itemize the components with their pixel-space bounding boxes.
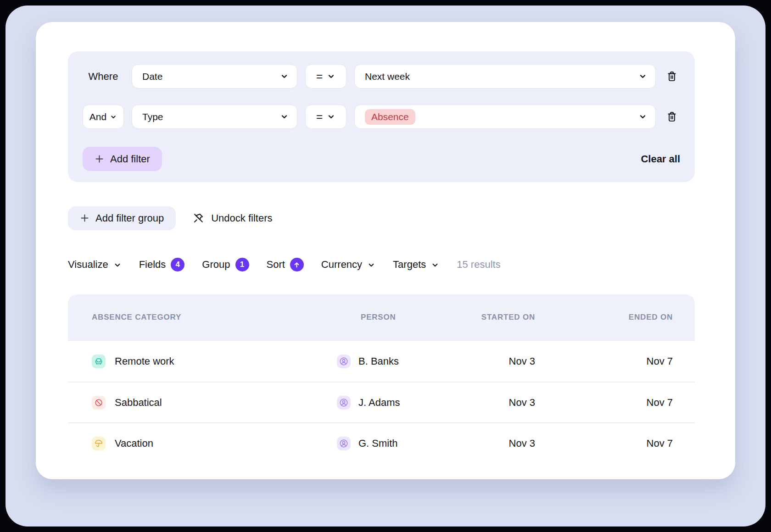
add-filter-group-label: Add filter group <box>95 212 164 224</box>
and-operator-select[interactable]: And <box>83 105 124 129</box>
category-cell: Sabbatical <box>92 396 337 410</box>
chevron-down-icon <box>431 261 439 269</box>
fields-count-badge: 4 <box>171 258 184 272</box>
no-entry-icon <box>94 398 103 407</box>
ended-on-value: Nov 7 <box>535 397 673 409</box>
person-cell: G. Smith <box>337 437 442 450</box>
armchair-icon <box>94 357 103 366</box>
arrow-up-icon <box>293 261 301 269</box>
column-header-started-on: STARTED ON <box>442 313 535 322</box>
group-label: Group <box>202 259 230 271</box>
currency-dropdown[interactable]: Currency <box>321 259 375 271</box>
field-select[interactable]: Date <box>132 64 297 89</box>
umbrella-icon <box>94 439 103 448</box>
table-row[interactable]: Remote work B. Banks Nov 3 Nov 7 <box>68 341 695 382</box>
field-select[interactable]: Type <box>132 105 297 129</box>
category-label: Remote work <box>115 355 174 367</box>
chevron-down-icon <box>280 72 289 81</box>
person-name: J. Adams <box>358 397 400 409</box>
filter-secondary-actions: Add filter group Undock filters <box>68 206 695 230</box>
fields-button[interactable]: Fields 4 <box>139 258 185 272</box>
value-select-value: Next week <box>365 71 638 82</box>
unpin-icon <box>192 212 205 224</box>
ended-on-value: Nov 7 <box>535 438 673 449</box>
comparator-value: = <box>316 111 323 123</box>
person-avatar <box>337 355 351 368</box>
value-select[interactable]: Absence <box>354 105 656 129</box>
chevron-down-icon <box>113 261 122 269</box>
value-select[interactable]: Next week <box>354 64 656 89</box>
category-cell: Vacation <box>92 437 337 450</box>
person-avatar-icon <box>339 356 349 366</box>
column-header-person: PERSON <box>337 313 442 322</box>
sort-direction-badge <box>290 258 304 272</box>
filter-panel-actions: Add filter Clear all <box>83 147 680 171</box>
person-name: G. Smith <box>358 438 398 449</box>
field-select-value: Type <box>142 111 280 122</box>
currency-label: Currency <box>321 259 362 271</box>
person-avatar <box>337 396 351 410</box>
comparator-value: = <box>316 70 323 83</box>
comparator-select[interactable]: = <box>305 64 346 89</box>
sort-label: Sort <box>267 259 285 271</box>
fields-label: Fields <box>139 259 166 271</box>
person-avatar <box>337 437 351 450</box>
undock-filters-button[interactable]: Undock filters <box>190 206 274 230</box>
clear-all-button[interactable]: Clear all <box>641 153 680 165</box>
category-label: Sabbatical <box>115 397 162 409</box>
trash-icon <box>665 70 678 83</box>
filter-row: Where Date = Next week <box>83 64 680 89</box>
visualize-label: Visualize <box>68 259 108 271</box>
undock-filters-label: Undock filters <box>211 212 272 224</box>
where-label: Where <box>83 64 124 89</box>
add-filter-button[interactable]: Add filter <box>83 147 162 171</box>
started-on-value: Nov 3 <box>442 397 535 409</box>
column-header-absence-category: ABSENCE CATEGORY <box>92 313 337 322</box>
visualize-dropdown[interactable]: Visualize <box>68 259 122 271</box>
sort-button[interactable]: Sort <box>267 258 304 272</box>
add-filter-label: Add filter <box>110 153 150 165</box>
person-name: B. Banks <box>358 355 399 367</box>
comparator-select[interactable]: = <box>305 105 346 129</box>
chevron-down-icon <box>367 261 375 269</box>
table-row[interactable]: Sabbatical J. Adams Nov 3 Nov 7 <box>68 382 695 422</box>
chevron-down-icon <box>638 112 647 121</box>
chevron-down-icon <box>638 72 647 81</box>
started-on-value: Nov 3 <box>442 355 535 367</box>
absence-table: ABSENCE CATEGORY PERSON STARTED ON ENDED… <box>68 294 695 463</box>
category-icon-box <box>92 355 106 368</box>
category-cell: Remote work <box>92 355 337 368</box>
results-count: 15 results <box>457 259 500 271</box>
person-cell: J. Adams <box>337 396 442 410</box>
app-background: Where Date = Next week <box>6 6 765 526</box>
delete-filter-button[interactable] <box>664 105 680 129</box>
targets-label: Targets <box>393 259 426 271</box>
category-icon-box <box>92 396 106 410</box>
plus-icon <box>95 154 104 164</box>
person-cell: B. Banks <box>337 355 442 368</box>
main-card: Where Date = Next week <box>36 22 735 479</box>
value-pill-absence: Absence <box>365 109 415 125</box>
value-pill-wrap: Absence <box>365 109 638 125</box>
person-avatar-icon <box>339 398 349 408</box>
table-header: ABSENCE CATEGORY PERSON STARTED ON ENDED… <box>68 294 695 341</box>
person-avatar-icon <box>339 438 349 449</box>
view-toolbar: Visualize Fields 4 Group 1 Sort <box>68 258 695 272</box>
add-filter-group-button[interactable]: Add filter group <box>68 206 176 230</box>
column-header-ended-on: ENDED ON <box>535 313 673 322</box>
trash-icon <box>665 111 678 123</box>
delete-filter-button[interactable] <box>664 64 680 89</box>
chevron-down-icon <box>327 72 335 81</box>
plus-icon <box>80 213 89 223</box>
category-icon-box <box>92 437 106 450</box>
ended-on-value: Nov 7 <box>535 355 673 367</box>
and-operator-value: And <box>89 111 106 122</box>
table-row[interactable]: Vacation G. Smith Nov 3 Nov 7 <box>68 422 695 463</box>
chevron-down-icon <box>280 112 289 121</box>
category-label: Vacation <box>115 438 153 449</box>
filter-panel: Where Date = Next week <box>68 51 695 182</box>
group-button[interactable]: Group 1 <box>202 258 249 272</box>
targets-dropdown[interactable]: Targets <box>393 259 439 271</box>
filter-row: And Type = Absence <box>83 105 680 129</box>
field-select-value: Date <box>142 71 280 82</box>
